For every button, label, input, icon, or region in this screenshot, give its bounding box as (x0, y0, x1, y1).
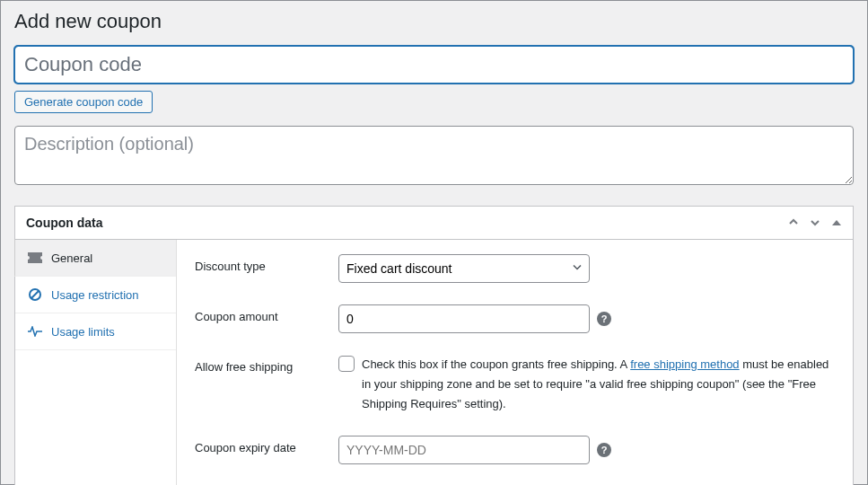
ban-icon (28, 287, 42, 302)
free-shipping-method-link[interactable]: free shipping method (630, 357, 739, 371)
generate-coupon-code-button[interactable]: Generate coupon code (14, 91, 153, 113)
help-icon[interactable]: ? (597, 312, 611, 326)
panel-body: General Usage restriction Usage limits (15, 240, 853, 485)
tab-usage-restriction[interactable]: Usage restriction (15, 277, 176, 313)
pulse-icon (28, 324, 42, 339)
discount-type-select[interactable]: Fixed cart discount (338, 254, 590, 283)
ticket-icon (28, 251, 42, 265)
panel-move-down-icon[interactable] (810, 217, 820, 228)
help-icon[interactable]: ? (597, 443, 611, 457)
coupon-amount-label: Coupon amount (195, 304, 338, 333)
coupon-code-input[interactable] (14, 46, 854, 84)
tab-label: General (51, 251, 92, 265)
free-shipping-description: Check this box if the coupon grants free… (362, 355, 835, 414)
free-shipping-checkbox[interactable] (338, 356, 355, 372)
panel-title: Coupon data (26, 216, 103, 230)
panel-controls (788, 217, 842, 228)
page-title: Add new coupon (14, 10, 854, 33)
expiry-date-input[interactable] (338, 436, 590, 464)
row-free-shipping: Allow free shipping Check this box if th… (195, 355, 835, 414)
description-textarea[interactable] (14, 126, 854, 185)
coupon-data-panel: Coupon data General (14, 206, 854, 485)
panel-header: Coupon data (15, 207, 853, 240)
tab-label: Usage restriction (51, 288, 139, 302)
panel-move-up-icon[interactable] (788, 217, 799, 228)
tab-general[interactable]: General (14, 240, 176, 277)
coupon-amount-input[interactable] (338, 304, 590, 333)
discount-type-label: Discount type (195, 254, 338, 283)
row-discount-type: Discount type Fixed cart discount (195, 254, 835, 283)
panel-toggle-icon[interactable] (831, 217, 842, 228)
page-container: Add new coupon Generate coupon code Coup… (0, 0, 868, 485)
free-shipping-label: Allow free shipping (195, 355, 338, 414)
side-tabs: General Usage restriction Usage limits (15, 240, 177, 485)
svg-line-1 (31, 291, 39, 298)
row-coupon-amount: Coupon amount ? (195, 304, 835, 333)
tab-usage-limits[interactable]: Usage limits (15, 313, 176, 350)
expiry-date-label: Coupon expiry date (195, 436, 338, 464)
form-area: Discount type Fixed cart discount (177, 240, 853, 485)
tab-label: Usage limits (51, 325, 115, 339)
row-expiry-date: Coupon expiry date ? (195, 436, 835, 464)
